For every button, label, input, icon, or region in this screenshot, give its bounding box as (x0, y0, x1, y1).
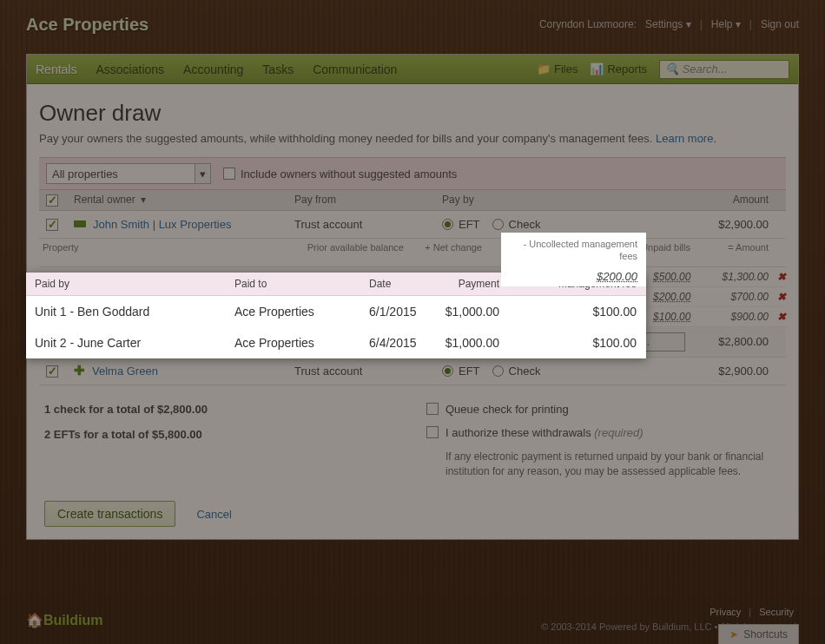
files-label: Files (554, 62, 578, 76)
payby-check-radio[interactable]: Check (492, 365, 541, 378)
payby-check-radio[interactable]: Check (492, 218, 541, 231)
delete-icon[interactable]: ✖ (777, 291, 786, 303)
folder-icon: 📁 (537, 62, 551, 76)
col-date: Date (360, 278, 421, 290)
settings-label: Settings (645, 18, 683, 30)
col-amount: Amount (685, 194, 786, 207)
badge-value: $200.00 (510, 270, 637, 285)
search-input[interactable]: 🔍 Search... (659, 60, 789, 79)
check-label: Check (509, 365, 541, 378)
checkbox-icon (223, 168, 235, 180)
amount-value: $900.00 (690, 311, 769, 323)
nav-rentals[interactable]: Rentals (36, 62, 76, 76)
col-pay-from: Pay from (294, 194, 442, 207)
amount-value: $700.00 (690, 291, 769, 303)
app-logo: Ace Properties (26, 15, 148, 35)
create-transactions-button[interactable]: Create transactions (44, 501, 175, 527)
owner-icon (74, 220, 86, 227)
privacy-link[interactable]: Privacy (710, 607, 741, 617)
mgmt-fee-header-badge: - Uncollected management fees $200.00 (501, 233, 646, 286)
select-all-checkbox[interactable] (46, 194, 58, 207)
nav-reports[interactable]: 📊Reports (590, 62, 647, 76)
main-nav: Rentals Associations Accounting Tasks Co… (27, 55, 798, 84)
paid-by-value: Unit 1 - Ben Goddard (26, 305, 226, 319)
popup-row: Unit 2 - June Carter Ace Properties 6/4/… (26, 327, 646, 358)
divider: | (749, 18, 752, 30)
col-pay-by: Pay by (442, 194, 685, 207)
nav-tasks[interactable]: Tasks (262, 62, 294, 76)
owner-link[interactable]: Velma Green (92, 365, 158, 378)
required-label: (required) (594, 426, 643, 439)
badge-label: - Uncollected management fees (524, 239, 637, 261)
actions: Create transactions Cancel (39, 501, 786, 527)
payby-eft-radio[interactable]: EFT (442, 218, 480, 231)
owner-row: ✚ Velma Green Trust account EFT Check $2… (39, 358, 786, 385)
col-paid-by: Paid by (26, 278, 226, 290)
shortcuts-label: Shortcuts (743, 628, 788, 641)
nav-files[interactable]: 📁Files (537, 62, 578, 76)
footer-logo: 🏠Buildium (26, 612, 102, 628)
summary-checks: 1 check for a total of $2,800.00 (44, 403, 426, 416)
page-subtitle: Pay your owners the suggested amounts, w… (39, 132, 786, 145)
sh-net: + Net change (407, 242, 485, 263)
include-owners-checkbox[interactable]: Include owners without suggested amounts (223, 168, 457, 181)
help-link[interactable]: Help ▾ (711, 18, 741, 30)
radio-icon (442, 365, 453, 377)
sh-property: Property (39, 242, 294, 263)
row-checkbox[interactable] (46, 219, 58, 231)
chart-icon: 📊 (590, 62, 604, 76)
subtitle-text: Pay your owners the suggested amounts, w… (39, 132, 656, 145)
dropdown-value: All properties (52, 168, 118, 181)
owner-row: John Smith | Lux Properties Trust accoun… (39, 211, 786, 239)
popup-row: Unit 1 - Ben Goddard Ace Properties 6/1/… (26, 296, 646, 327)
property-subheader: Property Prior available balance + Net c… (39, 239, 786, 267)
queue-check-checkbox[interactable]: Queue check for printing (426, 403, 781, 416)
cancel-link[interactable]: Cancel (196, 508, 231, 521)
settings-link[interactable]: Settings ▾ (645, 18, 691, 30)
arrow-icon: ➤ (729, 628, 738, 641)
queue-label: Queue check for printing (446, 403, 569, 416)
auth-note: If any electronic payment is returned un… (446, 450, 781, 479)
row-checkbox[interactable] (46, 365, 58, 378)
payment-value: $1,000.00 (421, 336, 508, 350)
owner-link[interactable]: John Smith | Lux Properties (93, 218, 231, 231)
search-icon: 🔍 (665, 62, 679, 76)
payby-eft-radio[interactable]: EFT (442, 365, 480, 378)
nav-associations[interactable]: Associations (96, 62, 164, 76)
check-label: Check (509, 218, 541, 231)
filter-bar: All properties ▾ Include owners without … (39, 157, 786, 190)
nav-accounting[interactable]: Accounting (183, 62, 243, 76)
delete-icon[interactable]: ✖ (777, 271, 786, 283)
amount-value: $2,900.00 (685, 218, 786, 231)
security-link[interactable]: Security (759, 607, 794, 617)
authorize-checkbox[interactable]: I authorize these withdrawals (required) (426, 426, 781, 439)
col-payment: Payment (421, 278, 508, 290)
pay-from-value: Trust account (294, 365, 442, 378)
chevron-down-icon: ▾ (195, 164, 210, 183)
signout-link[interactable]: Sign out (761, 18, 799, 30)
help-label: Help (711, 18, 733, 30)
date-value: 6/1/2015 (360, 305, 421, 319)
footer: 🏠Buildium Privacy | Security © 2003-2014… (26, 605, 799, 635)
sh-amount: = Amount (694, 242, 772, 263)
sh-prior: Prior available balance (294, 242, 407, 263)
eft-label: EFT (459, 365, 480, 378)
property-filter-dropdown[interactable]: All properties ▾ (46, 163, 211, 184)
checkbox-icon (426, 426, 439, 438)
amount-value: $1,300.00 (690, 271, 769, 283)
radio-icon (492, 219, 504, 230)
paid-by-value: Unit 2 - June Carter (26, 336, 226, 350)
table-header: Rental owner ▾ Pay from Pay by Amount (39, 190, 786, 211)
include-label: Include owners without suggested amounts (241, 168, 457, 181)
col-rental-owner[interactable]: Rental owner ▾ (69, 194, 294, 207)
delete-icon[interactable]: ✖ (777, 311, 786, 323)
divider: | (700, 18, 703, 30)
plus-icon: ✚ (74, 363, 85, 378)
top-bar: Ace Properties Coryndon Luxmoore: Settin… (0, 7, 825, 42)
shortcuts-button[interactable]: ➤ Shortcuts (718, 624, 799, 644)
learn-more-link[interactable]: Learn more. (656, 132, 716, 145)
checkbox-icon (426, 403, 439, 415)
reports-label: Reports (607, 62, 647, 76)
mgmt-fee-value: $100.00 (508, 305, 645, 319)
nav-communication[interactable]: Communication (313, 62, 397, 76)
